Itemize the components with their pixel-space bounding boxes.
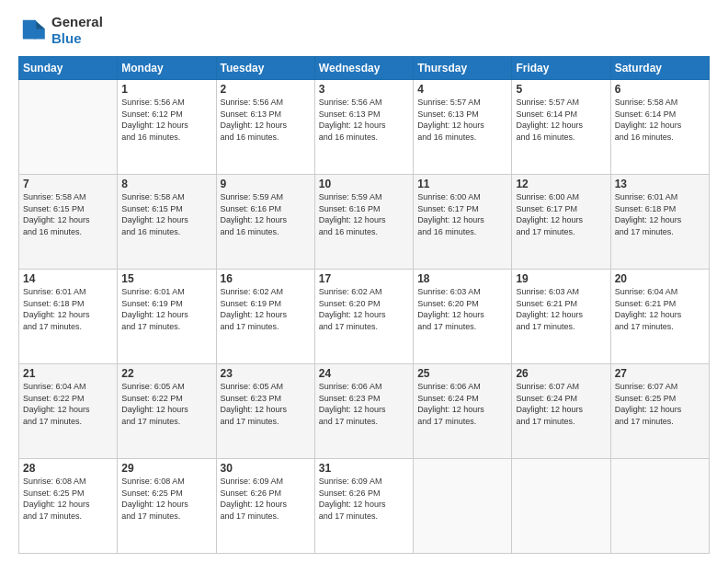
- day-number: 27: [615, 367, 705, 380]
- calendar-cell: [512, 459, 610, 554]
- day-number: 25: [417, 367, 507, 380]
- calendar-cell: 1Sunrise: 5:56 AMSunset: 6:12 PMDaylight…: [118, 80, 216, 175]
- day-number: 29: [121, 462, 211, 475]
- day-info: Sunrise: 6:04 AMSunset: 6:22 PMDaylight:…: [23, 381, 113, 427]
- day-info: Sunrise: 6:07 AMSunset: 6:25 PMDaylight:…: [615, 381, 705, 427]
- calendar-cell: 23Sunrise: 6:05 AMSunset: 6:23 PMDayligh…: [216, 364, 314, 459]
- logo-icon: [18, 16, 48, 45]
- day-number: 31: [319, 462, 409, 475]
- day-number: 12: [516, 178, 606, 190]
- day-number: 7: [23, 178, 113, 190]
- calendar-cell: 6Sunrise: 5:58 AMSunset: 6:14 PMDaylight…: [610, 80, 709, 175]
- day-number: 5: [516, 83, 606, 96]
- calendar-cell: 2Sunrise: 5:56 AMSunset: 6:13 PMDaylight…: [216, 80, 314, 175]
- col-friday: Friday: [512, 57, 610, 80]
- day-info: Sunrise: 5:59 AMSunset: 6:16 PMDaylight:…: [221, 191, 311, 237]
- calendar-cell: 11Sunrise: 6:00 AMSunset: 6:17 PMDayligh…: [414, 175, 512, 270]
- day-number: 23: [221, 367, 311, 380]
- col-wednesday: Wednesday: [314, 57, 413, 80]
- calendar-cell: 24Sunrise: 6:06 AMSunset: 6:23 PMDayligh…: [314, 364, 413, 459]
- day-info: Sunrise: 6:04 AMSunset: 6:21 PMDaylight:…: [615, 286, 705, 332]
- calendar-cell: 17Sunrise: 6:02 AMSunset: 6:20 PMDayligh…: [314, 270, 413, 364]
- day-info: Sunrise: 6:06 AMSunset: 6:23 PMDaylight:…: [319, 381, 409, 427]
- calendar-cell: 14Sunrise: 6:01 AMSunset: 6:18 PMDayligh…: [19, 270, 118, 364]
- header: General Blue: [18, 14, 710, 47]
- col-thursday: Thursday: [414, 57, 512, 80]
- calendar-cell: 12Sunrise: 6:00 AMSunset: 6:17 PMDayligh…: [512, 175, 610, 270]
- calendar-week-row: 21Sunrise: 6:04 AMSunset: 6:22 PMDayligh…: [19, 364, 710, 459]
- day-info: Sunrise: 6:03 AMSunset: 6:20 PMDaylight:…: [417, 286, 507, 332]
- day-info: Sunrise: 6:01 AMSunset: 6:18 PMDaylight:…: [23, 286, 113, 332]
- calendar-week-row: 28Sunrise: 6:08 AMSunset: 6:25 PMDayligh…: [19, 459, 710, 554]
- day-number: 24: [319, 367, 409, 380]
- day-number: 6: [615, 83, 705, 96]
- day-number: 28: [23, 462, 113, 475]
- day-number: 19: [516, 272, 606, 285]
- calendar-cell: 22Sunrise: 6:05 AMSunset: 6:22 PMDayligh…: [118, 364, 216, 459]
- day-info: Sunrise: 6:03 AMSunset: 6:21 PMDaylight:…: [516, 286, 606, 332]
- day-info: Sunrise: 5:56 AMSunset: 6:13 PMDaylight:…: [221, 97, 311, 143]
- calendar-cell: 16Sunrise: 6:02 AMSunset: 6:19 PMDayligh…: [216, 270, 314, 364]
- day-number: 17: [319, 272, 409, 285]
- day-info: Sunrise: 6:08 AMSunset: 6:25 PMDaylight:…: [23, 476, 113, 522]
- calendar-cell: 29Sunrise: 6:08 AMSunset: 6:25 PMDayligh…: [118, 459, 216, 554]
- day-number: 20: [615, 272, 705, 285]
- calendar-cell: [414, 459, 512, 554]
- day-number: 16: [221, 272, 311, 285]
- day-number: 13: [615, 178, 705, 190]
- day-number: 4: [417, 83, 507, 96]
- calendar-table: Sunday Monday Tuesday Wednesday Thursday…: [18, 56, 710, 554]
- calendar-cell: 3Sunrise: 5:56 AMSunset: 6:13 PMDaylight…: [314, 80, 413, 175]
- svg-rect-2: [23, 20, 36, 40]
- day-number: 26: [516, 367, 606, 380]
- day-info: Sunrise: 6:01 AMSunset: 6:19 PMDaylight:…: [121, 286, 211, 332]
- day-info: Sunrise: 5:59 AMSunset: 6:16 PMDaylight:…: [319, 191, 409, 237]
- day-number: 1: [121, 83, 211, 96]
- day-info: Sunrise: 6:07 AMSunset: 6:24 PMDaylight:…: [516, 381, 606, 427]
- day-info: Sunrise: 5:58 AMSunset: 6:15 PMDaylight:…: [121, 191, 211, 237]
- calendar-cell: 18Sunrise: 6:03 AMSunset: 6:20 PMDayligh…: [414, 270, 512, 364]
- calendar-week-row: 1Sunrise: 5:56 AMSunset: 6:12 PMDaylight…: [19, 80, 710, 175]
- calendar-week-row: 7Sunrise: 5:58 AMSunset: 6:15 PMDaylight…: [19, 175, 710, 270]
- day-info: Sunrise: 6:09 AMSunset: 6:26 PMDaylight:…: [319, 476, 409, 522]
- day-info: Sunrise: 5:56 AMSunset: 6:12 PMDaylight:…: [121, 97, 211, 143]
- day-info: Sunrise: 6:00 AMSunset: 6:17 PMDaylight:…: [516, 191, 606, 237]
- day-info: Sunrise: 6:05 AMSunset: 6:23 PMDaylight:…: [221, 381, 311, 427]
- col-monday: Monday: [118, 57, 216, 80]
- calendar-cell: 20Sunrise: 6:04 AMSunset: 6:21 PMDayligh…: [610, 270, 709, 364]
- calendar-header-row: Sunday Monday Tuesday Wednesday Thursday…: [19, 57, 710, 80]
- calendar-week-row: 14Sunrise: 6:01 AMSunset: 6:18 PMDayligh…: [19, 270, 710, 364]
- day-number: 18: [417, 272, 507, 285]
- svg-marker-1: [35, 20, 45, 29]
- calendar-cell: 9Sunrise: 5:59 AMSunset: 6:16 PMDaylight…: [216, 175, 314, 270]
- col-saturday: Saturday: [610, 57, 709, 80]
- calendar-cell: 7Sunrise: 5:58 AMSunset: 6:15 PMDaylight…: [19, 175, 118, 270]
- col-sunday: Sunday: [19, 57, 118, 80]
- calendar-cell: 28Sunrise: 6:08 AMSunset: 6:25 PMDayligh…: [19, 459, 118, 554]
- logo: General Blue: [18, 14, 103, 47]
- day-info: Sunrise: 6:06 AMSunset: 6:24 PMDaylight:…: [417, 381, 507, 427]
- calendar-cell: [19, 80, 118, 175]
- day-info: Sunrise: 5:56 AMSunset: 6:13 PMDaylight:…: [319, 97, 409, 143]
- day-number: 3: [319, 83, 409, 96]
- calendar-cell: 30Sunrise: 6:09 AMSunset: 6:26 PMDayligh…: [216, 459, 314, 554]
- calendar-cell: 25Sunrise: 6:06 AMSunset: 6:24 PMDayligh…: [414, 364, 512, 459]
- calendar-cell: 15Sunrise: 6:01 AMSunset: 6:19 PMDayligh…: [118, 270, 216, 364]
- day-info: Sunrise: 6:09 AMSunset: 6:26 PMDaylight:…: [221, 476, 311, 522]
- calendar-cell: 27Sunrise: 6:07 AMSunset: 6:25 PMDayligh…: [610, 364, 709, 459]
- day-info: Sunrise: 6:08 AMSunset: 6:25 PMDaylight:…: [121, 476, 211, 522]
- calendar-cell: 8Sunrise: 5:58 AMSunset: 6:15 PMDaylight…: [118, 175, 216, 270]
- day-number: 11: [417, 178, 507, 190]
- calendar-cell: 4Sunrise: 5:57 AMSunset: 6:13 PMDaylight…: [414, 80, 512, 175]
- page: General Blue Sunday Monday Tuesday Wedne…: [0, 0, 728, 563]
- day-number: 14: [23, 272, 113, 285]
- day-number: 15: [121, 272, 211, 285]
- day-info: Sunrise: 5:58 AMSunset: 6:15 PMDaylight:…: [23, 191, 113, 237]
- col-tuesday: Tuesday: [216, 57, 314, 80]
- day-info: Sunrise: 6:05 AMSunset: 6:22 PMDaylight:…: [121, 381, 211, 427]
- day-number: 8: [121, 178, 211, 190]
- logo-text: General Blue: [51, 14, 103, 47]
- day-info: Sunrise: 6:00 AMSunset: 6:17 PMDaylight:…: [417, 191, 507, 237]
- calendar-cell: 13Sunrise: 6:01 AMSunset: 6:18 PMDayligh…: [610, 175, 709, 270]
- day-number: 21: [23, 367, 113, 380]
